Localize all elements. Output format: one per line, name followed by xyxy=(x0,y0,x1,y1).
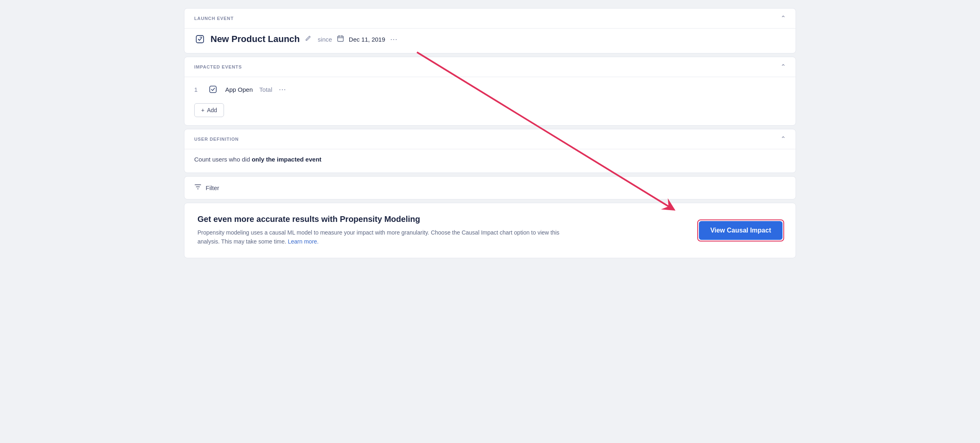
event-type-icon xyxy=(194,33,206,45)
view-causal-wrapper: View Causal Impact xyxy=(699,221,783,240)
launch-event-card: LAUNCH EVENT ⌃ New Product Launch xyxy=(184,8,796,53)
add-plus-icon: + xyxy=(201,107,204,113)
propensity-desc-text: Propensity modeling uses a causal ML mod… xyxy=(197,229,559,245)
view-causal-impact-button[interactable]: View Causal Impact xyxy=(699,221,783,240)
launch-event-chevron[interactable]: ⌃ xyxy=(780,15,786,22)
event-name: New Product Launch xyxy=(211,34,300,44)
impacted-events-chevron[interactable]: ⌃ xyxy=(780,64,786,70)
learn-more-link[interactable]: Learn more. xyxy=(288,238,319,245)
impacted-event-row: 1 App Open Total ⋯ xyxy=(194,82,786,97)
user-definition-content: Count users who did only the impacted ev… xyxy=(184,149,796,173)
impacted-more-icon[interactable]: ⋯ xyxy=(279,85,287,94)
filter-card: Filter xyxy=(184,176,796,199)
since-label: since xyxy=(318,36,332,43)
user-definition-label: USER DEFINITION xyxy=(194,137,239,142)
row-number: 1 xyxy=(194,86,201,93)
svg-rect-0 xyxy=(196,35,204,43)
launch-event-row: New Product Launch since Dec 11, 2019 ⋯ xyxy=(194,33,786,45)
filter-row: Filter xyxy=(184,177,796,199)
impacted-event-name: App Open xyxy=(225,86,253,93)
svg-rect-1 xyxy=(337,36,343,41)
more-options-icon[interactable]: ⋯ xyxy=(390,35,398,44)
impacted-events-content: 1 App Open Total ⋯ + Add xyxy=(184,77,796,125)
impacted-events-header: IMPACTED EVENTS ⌃ xyxy=(184,57,796,77)
user-def-prefix: Count users who did xyxy=(194,156,252,163)
launch-event-content: New Product Launch since Dec 11, 2019 ⋯ xyxy=(184,28,796,53)
add-event-button[interactable]: + Add xyxy=(194,103,224,117)
filter-label[interactable]: Filter xyxy=(206,184,219,191)
edit-icon[interactable] xyxy=(305,35,311,43)
user-definition-chevron[interactable]: ⌃ xyxy=(780,136,786,142)
user-definition-header: USER DEFINITION ⌃ xyxy=(184,129,796,149)
svg-rect-2 xyxy=(210,86,216,93)
user-def-bold: only the impacted event xyxy=(252,156,321,163)
propensity-card: Get even more accurate results with Prop… xyxy=(184,203,796,258)
calendar-icon xyxy=(337,35,344,44)
propensity-desc: Propensity modeling uses a causal ML mod… xyxy=(197,228,565,246)
propensity-text-block: Get even more accurate results with Prop… xyxy=(197,215,683,246)
app-event-icon xyxy=(207,84,219,95)
event-date: Dec 11, 2019 xyxy=(349,36,385,43)
add-button-label: Add xyxy=(207,107,217,113)
launch-event-label: LAUNCH EVENT xyxy=(194,16,234,21)
filter-icon xyxy=(194,183,202,193)
user-definition-text: Count users who did only the impacted ev… xyxy=(194,154,786,164)
impacted-events-card: IMPACTED EVENTS ⌃ 1 App Open Total ⋯ + A… xyxy=(184,57,796,126)
main-container: LAUNCH EVENT ⌃ New Product Launch xyxy=(184,8,796,258)
metric-label: Total xyxy=(259,86,273,93)
user-definition-card: USER DEFINITION ⌃ Count users who did on… xyxy=(184,129,796,173)
launch-event-header: LAUNCH EVENT ⌃ xyxy=(184,9,796,28)
impacted-events-label: IMPACTED EVENTS xyxy=(194,64,242,69)
propensity-title: Get even more accurate results with Prop… xyxy=(197,215,683,224)
